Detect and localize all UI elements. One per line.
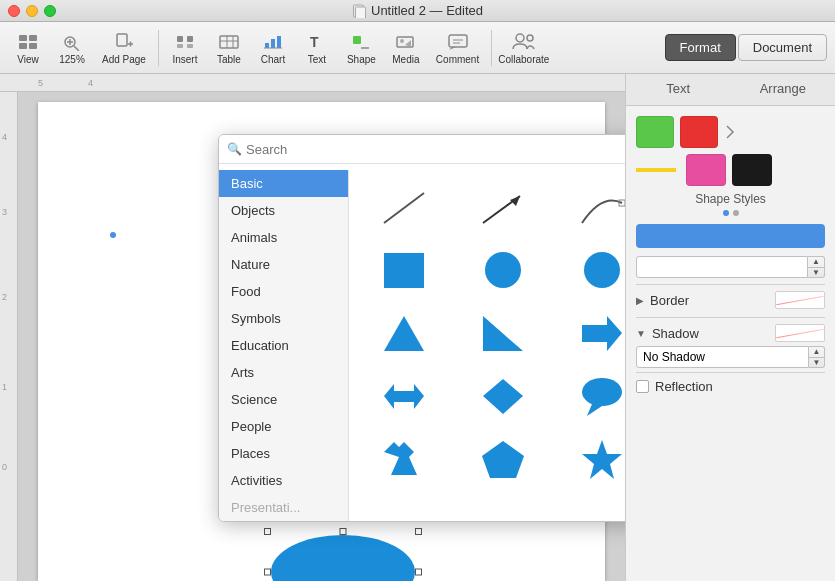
shape-icon [347,31,375,53]
border-section-header[interactable]: ▶ Border [636,284,825,313]
svg-point-37 [271,535,415,581]
insert-icon [171,31,199,53]
opacity-down[interactable]: ▼ [808,268,824,278]
category-nature[interactable]: Nature [219,251,348,278]
comment-button[interactable]: Comment [430,29,485,67]
fill-color-preview[interactable] [636,224,825,248]
color-yellow-bar [636,168,676,172]
style-dot-1 [723,210,729,216]
minimize-button[interactable] [26,5,38,17]
category-basic[interactable]: Basic [219,170,348,197]
color-swatch-red[interactable] [680,116,718,148]
svg-rect-4 [19,43,27,49]
format-button[interactable]: Format [665,34,736,61]
shape-cross[interactable] [374,432,434,487]
tab-arrange[interactable]: Arrange [731,74,836,105]
zoom-label: 125% [59,54,85,65]
shape-circle-outline[interactable] [473,243,533,298]
shape-arrow-line[interactable] [473,180,533,235]
opacity-stepper[interactable]: ▲ ▼ [808,256,825,278]
opacity-stepper-row: ▲ ▼ [636,256,825,278]
shape-bidirectional-arrow[interactable] [374,369,434,424]
shape-line[interactable] [374,180,434,235]
category-presentation[interactable]: Presentati... [219,494,348,521]
maximize-button[interactable] [44,5,56,17]
svg-rect-26 [353,36,361,44]
color-swatch-black[interactable] [732,154,772,186]
panel-tabs: Text Arrange [626,74,835,106]
view-button[interactable]: View [8,29,48,67]
shapes-grid [349,170,625,521]
shapes-row-4 [359,369,625,424]
no-shadow-stepper[interactable]: ▲ ▼ [809,346,825,368]
svg-marker-40 [510,196,520,206]
shape-pentagon[interactable] [473,432,533,487]
shape-circle-filled[interactable] [572,243,625,298]
svg-marker-51 [587,404,605,416]
document-button[interactable]: Document [738,34,827,61]
svg-rect-10 [117,34,127,46]
no-shadow-select[interactable]: No Shadow [636,346,809,368]
shape-right-triangle[interactable] [473,306,533,361]
svg-point-50 [582,378,622,406]
color-swatch-green[interactable] [636,116,674,148]
svg-point-35 [516,34,524,42]
table-icon [215,31,243,53]
table-button[interactable]: Table [209,29,249,67]
traffic-lights [8,5,56,17]
shape-arrow-right[interactable] [572,306,625,361]
svg-rect-21 [265,43,269,48]
color-swatch-pink[interactable] [686,154,726,186]
format-doc-group: Format Document [665,34,827,61]
shadow-section-header[interactable]: ▼ Shadow [636,317,825,346]
shape-rectangle[interactable] [374,243,434,298]
shape-picker: 🔍 ✏️ Basic Objects Animals Nature Food S… [218,134,625,522]
tab-text[interactable]: Text [626,74,731,105]
svg-rect-16 [187,44,193,48]
opacity-up[interactable]: ▲ [808,257,824,268]
shape-speech-bubble[interactable] [572,369,625,424]
svg-marker-49 [483,379,523,414]
category-symbols[interactable]: Symbols [219,305,348,332]
svg-point-43 [485,252,521,288]
svg-marker-48 [384,384,424,409]
shape-button[interactable]: Shape [341,29,382,67]
close-button[interactable] [8,5,20,17]
category-food[interactable]: Food [219,278,348,305]
shape-diamond[interactable] [473,369,533,424]
category-objects[interactable]: Objects [219,197,348,224]
oval-shape[interactable] [268,532,418,581]
right-panel: Text Arrange Sha [625,74,835,581]
panel-content: Shape Styles ▲ ▼ ▶ Border [626,106,835,581]
collaborate-button[interactable]: Collaborate [498,31,549,65]
shape-star[interactable] [572,432,625,487]
zoom-button[interactable]: 125% [52,29,92,67]
media-button[interactable]: Media [386,29,426,67]
toolbar: View 125% Add Page [0,22,835,74]
reflection-label: Reflection [655,379,713,394]
selected-shape[interactable] [268,532,418,581]
insert-button[interactable]: Insert [165,29,205,67]
category-animals[interactable]: Animals [219,224,348,251]
category-arts[interactable]: Arts [219,359,348,386]
shape-curve[interactable] [572,180,625,235]
shadow-stepper-up[interactable]: ▲ [809,347,824,358]
reflection-checkbox[interactable] [636,380,649,393]
color-more-button[interactable] [724,122,736,142]
text-button[interactable]: T Text [297,29,337,67]
shadow-arrow-icon: ▼ [636,328,646,339]
shadow-stepper-down[interactable]: ▼ [809,358,824,368]
shadow-preview [775,324,825,342]
shape-triangle[interactable] [374,306,434,361]
category-science[interactable]: Science [219,386,348,413]
category-places[interactable]: Places [219,440,348,467]
table-label: Table [217,54,241,65]
shape-search-input[interactable] [246,142,625,157]
chart-button[interactable]: Chart [253,29,293,67]
category-education[interactable]: Education [219,332,348,359]
category-activities[interactable]: Activities [219,467,348,494]
media-label: Media [392,54,419,65]
media-icon [392,31,420,53]
category-people[interactable]: People [219,413,348,440]
add-page-button[interactable]: Add Page [96,29,152,67]
